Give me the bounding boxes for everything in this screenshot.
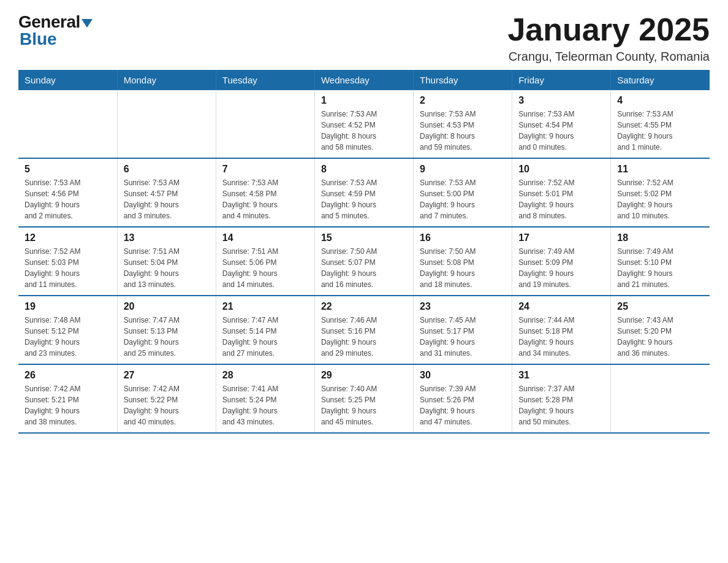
calendar-cell: 11Sunrise: 7:52 AM Sunset: 5:02 PM Dayli…: [611, 158, 710, 227]
calendar-cell: 18Sunrise: 7:49 AM Sunset: 5:10 PM Dayli…: [611, 227, 710, 296]
logo-general-text: General: [18, 12, 80, 31]
weekday-header-tuesday: Tuesday: [216, 70, 314, 90]
day-number: 30: [420, 370, 506, 381]
week-row-4: 19Sunrise: 7:48 AM Sunset: 5:12 PM Dayli…: [18, 296, 710, 364]
day-info: Sunrise: 7:50 AM Sunset: 5:08 PM Dayligh…: [420, 246, 506, 290]
calendar-cell: 12Sunrise: 7:52 AM Sunset: 5:03 PM Dayli…: [18, 227, 117, 296]
calendar-cell: 13Sunrise: 7:51 AM Sunset: 5:04 PM Dayli…: [117, 227, 216, 296]
day-number: 19: [25, 301, 111, 312]
day-number: 17: [518, 232, 604, 243]
day-number: 25: [617, 301, 703, 312]
day-info: Sunrise: 7:53 AM Sunset: 4:58 PM Dayligh…: [222, 177, 308, 221]
calendar-cell: 8Sunrise: 7:53 AM Sunset: 4:59 PM Daylig…: [314, 158, 413, 227]
weekday-header-monday: Monday: [117, 70, 216, 90]
day-number: 7: [222, 164, 308, 175]
day-info: Sunrise: 7:53 AM Sunset: 4:54 PM Dayligh…: [518, 109, 604, 153]
day-number: 20: [124, 301, 210, 312]
day-number: 4: [617, 95, 703, 106]
weekday-header-friday: Friday: [512, 70, 611, 90]
day-number: 18: [617, 232, 703, 243]
day-info: Sunrise: 7:53 AM Sunset: 4:59 PM Dayligh…: [321, 177, 407, 221]
calendar-cell: 10Sunrise: 7:52 AM Sunset: 5:01 PM Dayli…: [512, 158, 611, 227]
day-number: 1: [321, 95, 407, 106]
day-info: Sunrise: 7:52 AM Sunset: 5:01 PM Dayligh…: [518, 177, 604, 221]
day-info: Sunrise: 7:37 AM Sunset: 5:28 PM Dayligh…: [518, 383, 604, 427]
calendar-cell: [216, 90, 314, 158]
day-info: Sunrise: 7:51 AM Sunset: 5:06 PM Dayligh…: [222, 246, 308, 290]
week-row-3: 12Sunrise: 7:52 AM Sunset: 5:03 PM Dayli…: [18, 227, 710, 296]
calendar-cell: [18, 90, 117, 158]
day-number: 14: [222, 232, 308, 243]
day-info: Sunrise: 7:46 AM Sunset: 5:16 PM Dayligh…: [321, 315, 407, 359]
calendar-cell: [117, 90, 216, 158]
calendar-cell: 4Sunrise: 7:53 AM Sunset: 4:55 PM Daylig…: [611, 90, 710, 158]
calendar-body: 1Sunrise: 7:53 AM Sunset: 4:52 PM Daylig…: [18, 90, 710, 433]
calendar-cell: [611, 364, 710, 433]
day-number: 6: [124, 164, 210, 175]
calendar-cell: 26Sunrise: 7:42 AM Sunset: 5:21 PM Dayli…: [18, 364, 117, 433]
week-row-1: 1Sunrise: 7:53 AM Sunset: 4:52 PM Daylig…: [18, 90, 710, 158]
day-info: Sunrise: 7:39 AM Sunset: 5:26 PM Dayligh…: [420, 383, 506, 427]
calendar-cell: 3Sunrise: 7:53 AM Sunset: 4:54 PM Daylig…: [512, 90, 611, 158]
calendar-cell: 28Sunrise: 7:41 AM Sunset: 5:24 PM Dayli…: [216, 364, 314, 433]
calendar-cell: 20Sunrise: 7:47 AM Sunset: 5:13 PM Dayli…: [117, 296, 216, 364]
day-info: Sunrise: 7:42 AM Sunset: 5:21 PM Dayligh…: [25, 383, 111, 427]
day-number: 2: [420, 95, 506, 106]
day-number: 11: [617, 164, 703, 175]
calendar-cell: 17Sunrise: 7:49 AM Sunset: 5:09 PM Dayli…: [512, 227, 611, 296]
calendar-cell: 14Sunrise: 7:51 AM Sunset: 5:06 PM Dayli…: [216, 227, 314, 296]
day-number: 21: [222, 301, 308, 312]
day-number: 10: [518, 164, 604, 175]
week-row-5: 26Sunrise: 7:42 AM Sunset: 5:21 PM Dayli…: [18, 364, 710, 433]
day-number: 26: [25, 370, 111, 381]
calendar-cell: 6Sunrise: 7:53 AM Sunset: 4:57 PM Daylig…: [117, 158, 216, 227]
calendar-cell: 23Sunrise: 7:45 AM Sunset: 5:17 PM Dayli…: [414, 296, 512, 364]
day-info: Sunrise: 7:41 AM Sunset: 5:24 PM Dayligh…: [222, 383, 308, 427]
day-info: Sunrise: 7:53 AM Sunset: 4:57 PM Dayligh…: [124, 177, 210, 221]
weekday-header-thursday: Thursday: [414, 70, 512, 90]
week-row-2: 5Sunrise: 7:53 AM Sunset: 4:56 PM Daylig…: [18, 158, 710, 227]
calendar-cell: 22Sunrise: 7:46 AM Sunset: 5:16 PM Dayli…: [314, 296, 413, 364]
calendar-cell: 27Sunrise: 7:42 AM Sunset: 5:22 PM Dayli…: [117, 364, 216, 433]
calendar-cell: 2Sunrise: 7:53 AM Sunset: 4:53 PM Daylig…: [414, 90, 512, 158]
day-info: Sunrise: 7:44 AM Sunset: 5:18 PM Dayligh…: [518, 315, 604, 359]
day-info: Sunrise: 7:53 AM Sunset: 4:55 PM Dayligh…: [617, 109, 703, 153]
logo-blue-text: Blue: [18, 29, 57, 49]
day-info: Sunrise: 7:49 AM Sunset: 5:09 PM Dayligh…: [518, 246, 604, 290]
calendar-cell: 21Sunrise: 7:47 AM Sunset: 5:14 PM Dayli…: [216, 296, 314, 364]
calendar-cell: 16Sunrise: 7:50 AM Sunset: 5:08 PM Dayli…: [414, 227, 512, 296]
calendar-cell: 25Sunrise: 7:43 AM Sunset: 5:20 PM Dayli…: [611, 296, 710, 364]
day-info: Sunrise: 7:53 AM Sunset: 4:52 PM Dayligh…: [321, 109, 407, 153]
weekday-header-wednesday: Wednesday: [314, 70, 413, 90]
weekday-header-saturday: Saturday: [611, 70, 710, 90]
day-number: 24: [518, 301, 604, 312]
day-info: Sunrise: 7:52 AM Sunset: 5:03 PM Dayligh…: [25, 246, 111, 290]
day-number: 15: [321, 232, 407, 243]
day-info: Sunrise: 7:42 AM Sunset: 5:22 PM Dayligh…: [124, 383, 210, 427]
calendar-cell: 7Sunrise: 7:53 AM Sunset: 4:58 PM Daylig…: [216, 158, 314, 227]
day-number: 12: [25, 232, 111, 243]
day-info: Sunrise: 7:53 AM Sunset: 4:53 PM Dayligh…: [420, 109, 506, 153]
calendar-cell: 1Sunrise: 7:53 AM Sunset: 4:52 PM Daylig…: [314, 90, 413, 158]
calendar-cell: 19Sunrise: 7:48 AM Sunset: 5:12 PM Dayli…: [18, 296, 117, 364]
day-info: Sunrise: 7:53 AM Sunset: 4:56 PM Dayligh…: [25, 177, 111, 221]
calendar-table: SundayMondayTuesdayWednesdayThursdayFrid…: [18, 70, 710, 434]
calendar-header: SundayMondayTuesdayWednesdayThursdayFrid…: [18, 70, 710, 90]
day-number: 31: [518, 370, 604, 381]
day-number: 13: [124, 232, 210, 243]
calendar-cell: 9Sunrise: 7:53 AM Sunset: 5:00 PM Daylig…: [414, 158, 512, 227]
calendar-cell: 5Sunrise: 7:53 AM Sunset: 4:56 PM Daylig…: [18, 158, 117, 227]
weekday-row: SundayMondayTuesdayWednesdayThursdayFrid…: [18, 70, 710, 90]
calendar-title: January 2025: [507, 12, 710, 47]
day-info: Sunrise: 7:50 AM Sunset: 5:07 PM Dayligh…: [321, 246, 407, 290]
day-number: 27: [124, 370, 210, 381]
day-number: 28: [222, 370, 308, 381]
day-number: 22: [321, 301, 407, 312]
calendar-cell: 29Sunrise: 7:40 AM Sunset: 5:25 PM Dayli…: [314, 364, 413, 433]
page-header: General Blue January 2025 Crangu, Teleor…: [18, 12, 710, 64]
day-info: Sunrise: 7:40 AM Sunset: 5:25 PM Dayligh…: [321, 383, 407, 427]
day-info: Sunrise: 7:43 AM Sunset: 5:20 PM Dayligh…: [617, 315, 703, 359]
day-info: Sunrise: 7:45 AM Sunset: 5:17 PM Dayligh…: [420, 315, 506, 359]
day-info: Sunrise: 7:48 AM Sunset: 5:12 PM Dayligh…: [25, 315, 111, 359]
day-info: Sunrise: 7:47 AM Sunset: 5:13 PM Dayligh…: [124, 315, 210, 359]
